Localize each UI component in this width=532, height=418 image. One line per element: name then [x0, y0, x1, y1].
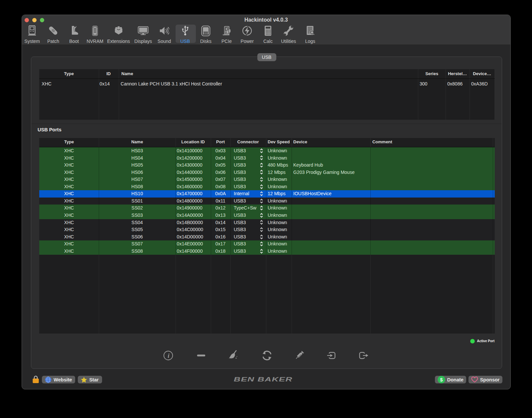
svg-text:i: i — [168, 352, 170, 359]
svg-text:$: $ — [440, 377, 443, 382]
